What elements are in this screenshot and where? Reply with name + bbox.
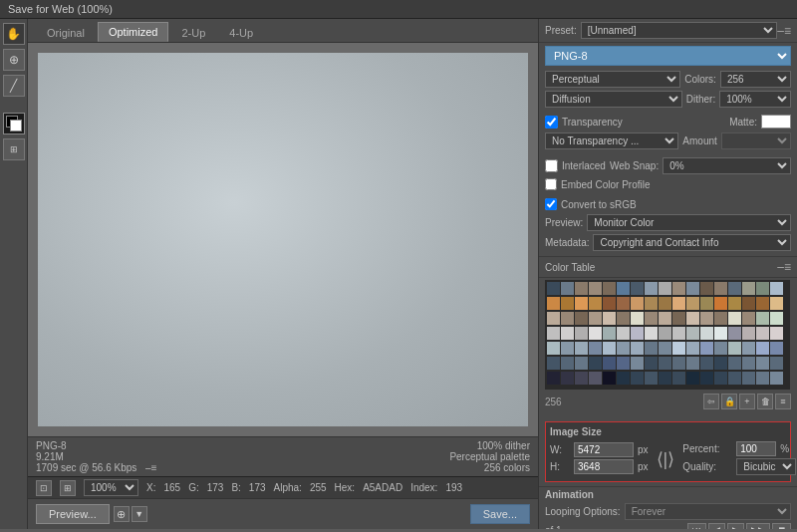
alpha-value: 255 bbox=[310, 482, 327, 493]
hand-tool[interactable]: ✋ bbox=[3, 23, 25, 45]
svg-rect-17 bbox=[770, 282, 783, 295]
tab-2up[interactable]: 2-Up bbox=[170, 23, 216, 42]
svg-rect-114 bbox=[700, 372, 713, 385]
color-swatch[interactable] bbox=[3, 113, 25, 134]
format-select[interactable]: PNG-8 PNG-24 JPEG GIF bbox=[545, 46, 791, 66]
left-toolbar: ✋ ⊕ ╱ ⊞ bbox=[0, 19, 28, 529]
width-height-group: W: px H: px bbox=[550, 442, 649, 476]
zoom-area[interactable]: 100% 50% 200% bbox=[84, 479, 138, 496]
percent-row: Percent: % bbox=[682, 441, 796, 456]
embed-color-checkbox[interactable] bbox=[545, 178, 557, 190]
tab-4up[interactable]: 4-Up bbox=[218, 23, 264, 42]
svg-rect-15 bbox=[742, 282, 755, 295]
no-transparency-select[interactable]: No Transparency ... bbox=[545, 133, 678, 149]
zoom-tool[interactable]: ⊕ bbox=[3, 49, 25, 71]
svg-rect-19 bbox=[561, 297, 574, 310]
dither-select[interactable]: Diffusion Pattern Noise bbox=[545, 91, 682, 108]
interlaced-checkbox[interactable] bbox=[545, 159, 558, 172]
svg-rect-61 bbox=[672, 327, 685, 340]
stop-btn[interactable]: ⏹ bbox=[772, 523, 791, 529]
quality-select[interactable]: Bicubic Bilinear bbox=[736, 458, 796, 475]
right-panel: Preset: [Unnamed] –≡ PNG-8 PNG-24 JPEG G… bbox=[538, 19, 797, 529]
width-input[interactable] bbox=[574, 442, 634, 457]
svg-rect-20 bbox=[575, 297, 588, 310]
preview-button[interactable]: Preview... bbox=[36, 504, 110, 524]
index-value: 193 bbox=[445, 482, 462, 493]
frame-btn-2[interactable]: ⊞ bbox=[60, 480, 76, 496]
svg-rect-1 bbox=[547, 282, 560, 295]
browser-preview-tool[interactable]: ⊞ bbox=[3, 138, 25, 160]
frame-controls: of 1 bbox=[545, 525, 562, 530]
tabs-bar: Original Optimized 2-Up 4-Up bbox=[28, 19, 538, 43]
svg-rect-47 bbox=[714, 312, 727, 325]
preview-select[interactable]: Monitor Color bbox=[587, 214, 791, 231]
panel-menu-icon[interactable]: –≡ bbox=[777, 24, 791, 38]
canvas-status-left: PNG-8 9.21M 1709 sec @ 56.6 Kbps –≡ bbox=[36, 440, 157, 473]
svg-rect-116 bbox=[728, 372, 741, 385]
alpha-label: Alpha: bbox=[274, 482, 302, 493]
height-label: H: bbox=[550, 461, 570, 472]
svg-rect-14 bbox=[728, 282, 741, 295]
svg-rect-98 bbox=[714, 357, 727, 370]
transparency-checkbox[interactable] bbox=[545, 116, 558, 129]
svg-rect-27 bbox=[672, 297, 685, 310]
metadata-label: Metadata: bbox=[545, 237, 589, 248]
first-frame-btn[interactable]: ⏮ bbox=[687, 523, 706, 529]
center-area: Original Optimized 2-Up 4-Up PNG-8 9.21M… bbox=[28, 19, 538, 529]
metadata-row: Metadata: Copyright and Contact Info bbox=[539, 232, 797, 252]
color-add-icon[interactable]: + bbox=[739, 394, 755, 409]
frame-btn-1[interactable]: ⊡ bbox=[36, 480, 52, 496]
eyedropper-tool[interactable]: ╱ bbox=[3, 75, 25, 97]
save-button[interactable]: Save... bbox=[470, 504, 530, 524]
browser-icon[interactable]: ⊕ bbox=[114, 506, 130, 522]
dropdown-btn[interactable]: ▼ bbox=[132, 506, 147, 522]
next-frame-btn[interactable]: ▶▶ bbox=[746, 523, 770, 529]
svg-rect-106 bbox=[589, 372, 602, 385]
svg-rect-81 bbox=[714, 342, 727, 355]
svg-rect-65 bbox=[728, 327, 741, 340]
matte-color-swatch[interactable] bbox=[761, 115, 791, 129]
svg-rect-66 bbox=[742, 327, 755, 340]
svg-rect-76 bbox=[645, 342, 658, 355]
height-input[interactable] bbox=[574, 459, 634, 474]
svg-rect-53 bbox=[561, 327, 574, 340]
websnap-select[interactable]: 0% bbox=[663, 157, 791, 174]
color-table-label: Color Table bbox=[545, 262, 595, 273]
tab-original[interactable]: Original bbox=[36, 23, 96, 42]
color-reduction-select[interactable]: Perceptual Selective Adaptive bbox=[545, 71, 680, 88]
svg-rect-60 bbox=[659, 327, 671, 340]
width-row: W: px bbox=[550, 442, 649, 457]
preset-select[interactable]: [Unnamed] bbox=[581, 22, 778, 39]
svg-rect-8 bbox=[645, 282, 658, 295]
svg-rect-78 bbox=[672, 342, 685, 355]
convert-srgb-checkbox[interactable] bbox=[545, 198, 557, 210]
amount-select[interactable] bbox=[721, 133, 791, 149]
color-delete-icon[interactable]: 🗑 bbox=[757, 394, 773, 409]
color-menu-icon[interactable]: ≡ bbox=[775, 394, 791, 409]
svg-rect-90 bbox=[603, 357, 616, 370]
color-table-menu[interactable]: –≡ bbox=[777, 260, 791, 274]
svg-rect-33 bbox=[756, 297, 769, 310]
svg-rect-83 bbox=[742, 342, 755, 355]
play-btn[interactable]: ▶ bbox=[727, 523, 744, 529]
color-shift-icon[interactable]: ⇦ bbox=[703, 394, 719, 409]
percent-input[interactable] bbox=[736, 441, 776, 456]
svg-rect-11 bbox=[686, 282, 699, 295]
svg-rect-108 bbox=[617, 372, 630, 385]
svg-rect-24 bbox=[631, 297, 644, 310]
matte-label: Matte: bbox=[729, 117, 757, 128]
canvas-status: PNG-8 9.21M 1709 sec @ 56.6 Kbps –≡ 100%… bbox=[28, 436, 538, 476]
zoom-select[interactable]: 100% 50% 200% bbox=[84, 479, 138, 496]
colors-select[interactable]: 256 128 bbox=[720, 71, 791, 88]
preview-row: Preview: Monitor Color bbox=[539, 212, 797, 232]
prev-frame-btn[interactable]: ◀ bbox=[708, 523, 725, 529]
metadata-select[interactable]: Copyright and Contact Info bbox=[593, 234, 791, 251]
websnap-label: Web Snap: bbox=[610, 160, 659, 171]
dither-pct-select[interactable]: 100% 75% bbox=[719, 91, 791, 108]
of-label: of 1 bbox=[545, 525, 562, 530]
tab-optimized[interactable]: Optimized bbox=[98, 22, 169, 42]
color-lock-icon[interactable]: 🔒 bbox=[721, 394, 737, 409]
color-reduction-row: Perceptual Selective Adaptive Colors: 25… bbox=[539, 69, 797, 89]
quality-label: Quality: bbox=[682, 461, 732, 472]
looping-select[interactable]: Forever bbox=[625, 503, 791, 520]
